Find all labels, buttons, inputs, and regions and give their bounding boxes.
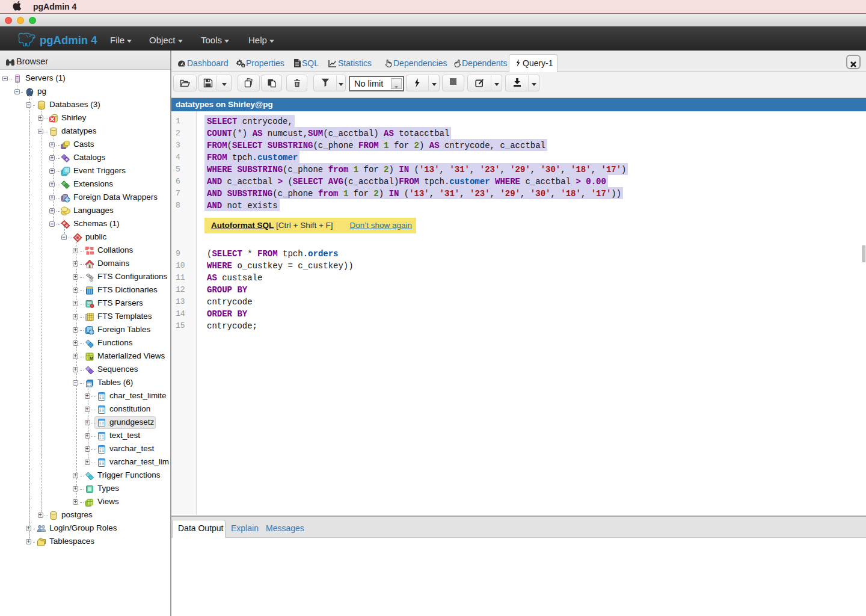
svg-text:M: M <box>90 356 93 360</box>
